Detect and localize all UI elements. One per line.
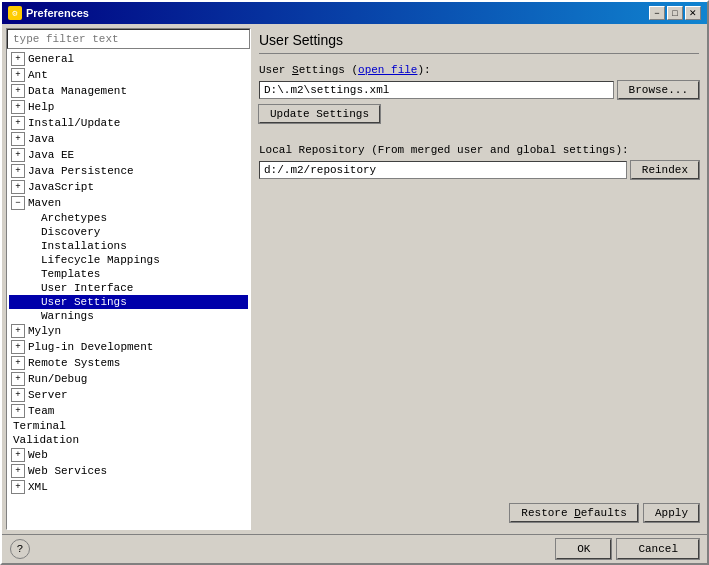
expand-icon-java-ee[interactable]: + (11, 148, 25, 162)
close-button[interactable]: ✕ (685, 6, 701, 20)
tree-item-java-persistence[interactable]: + Java Persistence (9, 163, 248, 179)
update-settings-button[interactable]: Update Settings (259, 105, 380, 123)
tree-item-maven-warnings[interactable]: Warnings (9, 309, 248, 323)
tree-item-mylyn[interactable]: + Mylyn (9, 323, 248, 339)
help-button[interactable]: ? (10, 539, 30, 559)
tree-item-maven-archetypes[interactable]: Archetypes (9, 211, 248, 225)
tree-label-help: Help (28, 101, 54, 113)
tree-item-data-management[interactable]: + Data Management (9, 83, 248, 99)
tree-item-maven-installations[interactable]: Installations (9, 239, 248, 253)
expand-icon-java-persistence[interactable]: + (11, 164, 25, 178)
tree-item-general[interactable]: + General (9, 51, 248, 67)
expand-icon-install-update[interactable]: + (11, 116, 25, 130)
tree-label-maven: Maven (28, 197, 61, 209)
tree-label-java: Java (28, 133, 54, 145)
tree-item-maven-templates[interactable]: Templates (9, 267, 248, 281)
tree-item-run-debug[interactable]: + Run/Debug (9, 371, 248, 387)
tree-label-web-services: Web Services (28, 465, 107, 477)
repo-path-row: Reindex (259, 161, 699, 179)
expand-icon-web[interactable]: + (11, 448, 25, 462)
open-file-link[interactable]: open file (358, 64, 417, 76)
expand-icon-java[interactable]: + (11, 132, 25, 146)
tree-item-terminal[interactable]: Terminal (9, 419, 248, 433)
tree-label-plugin-dev: Plug-in Development (28, 341, 153, 353)
tree-item-xml[interactable]: + XML (9, 479, 248, 495)
right-panel: User Settings User Settings (open file):… (255, 28, 703, 530)
window-title: Preferences (26, 7, 89, 19)
tree-label-maven-lifecycle: Lifecycle Mappings (41, 254, 160, 266)
tree-label-mylyn: Mylyn (28, 325, 61, 337)
update-settings-row: Update Settings (259, 105, 699, 123)
bottom-section: Restore Defaults Apply (259, 185, 699, 526)
tree-item-web-services[interactable]: + Web Services (9, 463, 248, 479)
tree-label-data-management: Data Management (28, 85, 127, 97)
tree-item-plugin-dev[interactable]: + Plug-in Development (9, 339, 248, 355)
apply-button[interactable]: Apply (644, 504, 699, 522)
footer-left: ? (10, 539, 30, 559)
expand-icon-remote-systems[interactable]: + (11, 356, 25, 370)
tree-label-web: Web (28, 449, 48, 461)
tree-item-maven-user-interface[interactable]: User Interface (9, 281, 248, 295)
tree-label-java-ee: Java EE (28, 149, 74, 161)
local-repo-label: Local Repository (From merged user and g… (259, 144, 699, 156)
tree-item-install-update[interactable]: + Install/Update (9, 115, 248, 131)
settings-path-row: Browse... (259, 81, 699, 99)
expand-icon-plugin-dev[interactable]: + (11, 340, 25, 354)
expand-icon-run-debug[interactable]: + (11, 372, 25, 386)
bottom-buttons-row: Restore Defaults Apply (259, 500, 699, 526)
tree-item-server[interactable]: + Server (9, 387, 248, 403)
footer-bar: ? OK Cancel (2, 534, 707, 563)
tree-item-validation[interactable]: Validation (9, 433, 248, 447)
tree-label-maven-installations: Installations (41, 240, 127, 252)
expand-icon-help[interactable]: + (11, 100, 25, 114)
tree-label-maven-warnings: Warnings (41, 310, 94, 322)
expand-icon-server[interactable]: + (11, 388, 25, 402)
tree-label-javascript: JavaScript (28, 181, 94, 193)
expand-icon-web-services[interactable]: + (11, 464, 25, 478)
minimize-button[interactable]: − (649, 6, 665, 20)
repo-path-input[interactable] (259, 161, 627, 179)
restore-defaults-button[interactable]: Restore Defaults (510, 504, 638, 522)
expand-icon-xml[interactable]: + (11, 480, 25, 494)
filter-input[interactable] (7, 29, 250, 49)
expand-icon-mylyn[interactable]: + (11, 324, 25, 338)
tree-item-java[interactable]: + Java (9, 131, 248, 147)
tree-label-java-persistence: Java Persistence (28, 165, 134, 177)
tree-label-ant: Ant (28, 69, 48, 81)
expand-icon-ant[interactable]: + (11, 68, 25, 82)
window-icon: ⚙ (8, 6, 22, 20)
browse-button[interactable]: Browse... (618, 81, 699, 99)
tree-item-ant[interactable]: + Ant (9, 67, 248, 83)
tree-item-maven-lifecycle[interactable]: Lifecycle Mappings (9, 253, 248, 267)
ok-button[interactable]: OK (556, 539, 611, 559)
expand-icon-javascript[interactable]: + (11, 180, 25, 194)
tree-item-web[interactable]: + Web (9, 447, 248, 463)
tree-label-xml: XML (28, 481, 48, 493)
expand-icon-team[interactable]: + (11, 404, 25, 418)
tree-label-maven-user-settings: User Settings (41, 296, 127, 308)
tree-item-remote-systems[interactable]: + Remote Systems (9, 355, 248, 371)
reindex-button[interactable]: Reindex (631, 161, 699, 179)
tree-item-javascript[interactable]: + JavaScript (9, 179, 248, 195)
tree-area: + General + Ant + Data Management + Help (7, 49, 250, 529)
expand-icon-data-management[interactable]: + (11, 84, 25, 98)
maximize-button[interactable]: □ (667, 6, 683, 20)
tree-item-help[interactable]: + Help (9, 99, 248, 115)
tree-item-maven-user-settings[interactable]: User Settings (9, 295, 248, 309)
tree-label-terminal: Terminal (13, 420, 66, 432)
tree-label-install-update: Install/Update (28, 117, 120, 129)
tree-item-team[interactable]: + Team (9, 403, 248, 419)
user-settings-label-end: ): (417, 64, 430, 76)
expand-icon-maven[interactable]: − (11, 196, 25, 210)
expand-icon-general[interactable]: + (11, 52, 25, 66)
user-settings-label-text: User Settings ( (259, 64, 358, 76)
settings-path-input[interactable] (259, 81, 614, 99)
tree-label-team: Team (28, 405, 54, 417)
tree-item-maven[interactable]: − Maven (9, 195, 248, 211)
tree-item-java-ee[interactable]: + Java EE (9, 147, 248, 163)
left-panel: + General + Ant + Data Management + Help (6, 28, 251, 530)
cancel-button[interactable]: Cancel (617, 539, 699, 559)
tree-label-general: General (28, 53, 74, 65)
title-bar-left: ⚙ Preferences (8, 6, 89, 20)
tree-item-maven-discovery[interactable]: Discovery (9, 225, 248, 239)
